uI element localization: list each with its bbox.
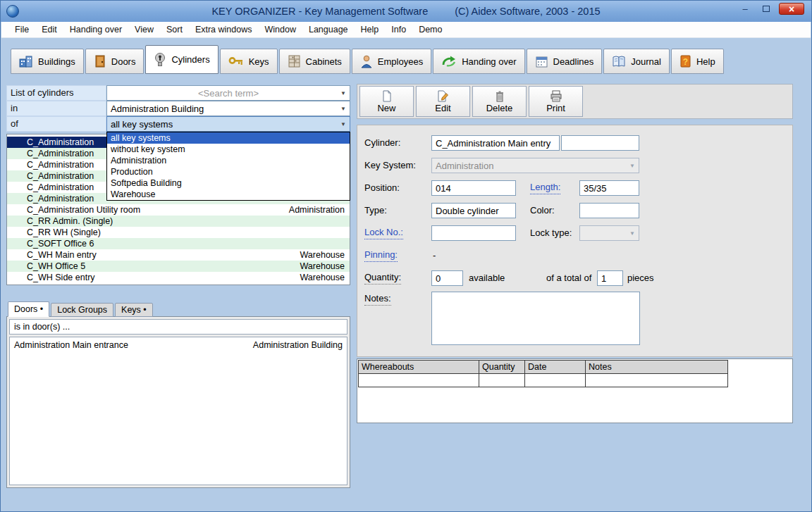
pinning-link[interactable]: Pinning: bbox=[364, 248, 398, 262]
tab-deadlines[interactable]: Deadlines bbox=[527, 49, 603, 74]
tab-keys[interactable]: Keys bbox=[220, 49, 278, 74]
chevron-down-icon: ▼ bbox=[340, 90, 346, 96]
menu-demo[interactable]: Demo bbox=[412, 23, 448, 37]
menu-sort[interactable]: Sort bbox=[160, 23, 189, 37]
list-item[interactable]: C_WH Side entryWarehouse bbox=[7, 272, 350, 283]
dropdown-option[interactable]: Production bbox=[107, 166, 350, 177]
edit-pencil-icon bbox=[437, 90, 449, 102]
notes-textarea[interactable] bbox=[431, 292, 640, 345]
cylinder-name-input[interactable] bbox=[431, 135, 560, 151]
edit-button[interactable]: Edit bbox=[416, 86, 470, 117]
list-item[interactable]: C_SOFT Office 6 bbox=[7, 238, 350, 249]
dropdown-option[interactable]: Administration bbox=[107, 155, 350, 166]
menu-info[interactable]: Info bbox=[385, 23, 412, 37]
subtab-lock-groups[interactable]: Lock Groups bbox=[51, 303, 113, 317]
tab-doors[interactable]: Doors bbox=[85, 49, 144, 74]
lock-type-select[interactable]: ▼ bbox=[579, 225, 639, 241]
chevron-down-icon: ▼ bbox=[340, 121, 346, 127]
color-input[interactable] bbox=[579, 203, 639, 218]
tab-buildings[interactable]: Buildings bbox=[11, 49, 84, 74]
list-item[interactable]: C_WH Office 5Warehouse bbox=[7, 261, 350, 272]
total-input[interactable] bbox=[597, 270, 623, 286]
cylinder-form: Cylinder: Key System: Administration ▼ P… bbox=[357, 125, 793, 357]
tab-cabinets[interactable]: Cabinets bbox=[279, 49, 350, 74]
position-label: Position: bbox=[364, 180, 400, 196]
menu-window[interactable]: Window bbox=[258, 23, 302, 37]
chevron-down-icon: ▼ bbox=[629, 230, 635, 237]
menu-handing-over[interactable]: Handing over bbox=[63, 23, 128, 37]
pinning-value: - bbox=[433, 248, 436, 263]
search-combo[interactable]: ▼ bbox=[106, 85, 350, 101]
type-input[interactable] bbox=[431, 203, 516, 218]
column-header[interactable]: Date bbox=[524, 360, 586, 374]
print-button[interactable]: Print bbox=[529, 86, 583, 117]
table-cell bbox=[358, 373, 479, 387]
delete-button[interactable]: Delete bbox=[472, 86, 527, 117]
lock-no-input[interactable] bbox=[431, 225, 516, 241]
column-header[interactable]: Notes bbox=[585, 360, 728, 374]
tab-employees[interactable]: Employees bbox=[352, 49, 431, 74]
length-link[interactable]: Length: bbox=[530, 180, 560, 194]
doors-panel: is in door(s) ... Administration Main en… bbox=[6, 316, 350, 488]
filter-row-system: of all key systems ▼ bbox=[6, 116, 350, 132]
table-cell bbox=[585, 373, 728, 387]
menu-language[interactable]: Language bbox=[302, 23, 355, 37]
door-icon bbox=[94, 54, 106, 68]
cylinder-extra-input[interactable] bbox=[561, 135, 639, 151]
list-item[interactable]: C_Administration Utility roomAdministrat… bbox=[7, 204, 350, 216]
key-system-select[interactable]: Administration ▼ bbox=[431, 158, 639, 173]
menu-help[interactable]: Help bbox=[355, 23, 386, 37]
dropdown-option[interactable]: Warehouse bbox=[107, 189, 350, 200]
menu-file[interactable]: File bbox=[8, 23, 35, 37]
tab-handing-over[interactable]: Handing over bbox=[433, 49, 524, 74]
lock-type-label: Lock type: bbox=[530, 225, 572, 241]
lock-no-link[interactable]: Lock No.: bbox=[364, 225, 403, 239]
column-header[interactable]: Whereabouts bbox=[358, 360, 479, 374]
doors-list: Administration Main entrance Administrat… bbox=[9, 337, 347, 485]
tab-journal[interactable]: Journal bbox=[603, 49, 670, 74]
app-icon[interactable] bbox=[6, 5, 19, 18]
person-icon bbox=[360, 54, 373, 68]
subtab-keys[interactable]: Keys • bbox=[115, 303, 153, 317]
menu-extra-windows[interactable]: Extra windows bbox=[189, 23, 259, 37]
in-label: in bbox=[6, 101, 106, 116]
quantity-label: Quantity: bbox=[364, 270, 401, 285]
app-window: KEY ORGANIZER - Key Management Software … bbox=[0, 0, 812, 512]
menubar: File Edit Handing over View Sort Extra w… bbox=[1, 22, 811, 38]
quantity-input[interactable] bbox=[431, 270, 463, 286]
close-button[interactable]: × bbox=[779, 3, 804, 15]
list-item[interactable]: C_WH Main entryWarehouse bbox=[7, 249, 350, 261]
building-combo[interactable]: Administration Building ▼ bbox=[106, 101, 350, 116]
key-system-label: Key System: bbox=[364, 158, 416, 173]
position-input[interactable] bbox=[431, 180, 516, 196]
pieces-text: pieces bbox=[627, 270, 654, 286]
new-button[interactable]: New bbox=[359, 86, 414, 117]
list-item[interactable]: C_RR WH (Single) bbox=[7, 227, 350, 238]
subtab-doors[interactable]: Doors • bbox=[8, 301, 49, 317]
tab-cylinders[interactable]: Cylinders bbox=[145, 45, 218, 74]
minimize-button[interactable]: – bbox=[737, 3, 753, 15]
key-system-dropdown-list: all key systems without key system Admin… bbox=[106, 132, 350, 201]
dropdown-option[interactable]: Softpedia Building bbox=[107, 177, 350, 189]
dropdown-option[interactable]: all key systems bbox=[107, 132, 350, 144]
search-input[interactable] bbox=[111, 88, 346, 99]
whereabouts-header-row: Whereabouts Quantity Date Notes bbox=[358, 360, 792, 374]
tab-help[interactable]: ? Help bbox=[671, 49, 724, 74]
notes-label: Notes: bbox=[364, 292, 391, 306]
length-input[interactable] bbox=[579, 180, 639, 196]
table-row[interactable] bbox=[358, 373, 792, 387]
cylinder-icon bbox=[154, 52, 166, 68]
building-combo-value: Administration Building bbox=[111, 104, 204, 114]
menu-edit[interactable]: Edit bbox=[35, 23, 63, 37]
help-book-icon: ? bbox=[679, 54, 691, 68]
list-item[interactable]: Administration Main entrance Administrat… bbox=[10, 339, 347, 351]
main-tabstrip: Buildings Doors Cylinders Keys Cabinets … bbox=[1, 44, 811, 74]
key-system-filter-combo[interactable]: all key systems ▼ bbox=[106, 116, 350, 132]
buildings-icon bbox=[19, 54, 33, 68]
maximize-button[interactable] bbox=[758, 3, 775, 15]
dropdown-option[interactable]: without key system bbox=[107, 144, 350, 155]
column-header[interactable]: Quantity bbox=[479, 360, 525, 374]
list-item[interactable]: C_RR Admin. (Single) bbox=[7, 216, 350, 227]
available-text: available bbox=[469, 270, 505, 286]
menu-view[interactable]: View bbox=[128, 23, 160, 37]
